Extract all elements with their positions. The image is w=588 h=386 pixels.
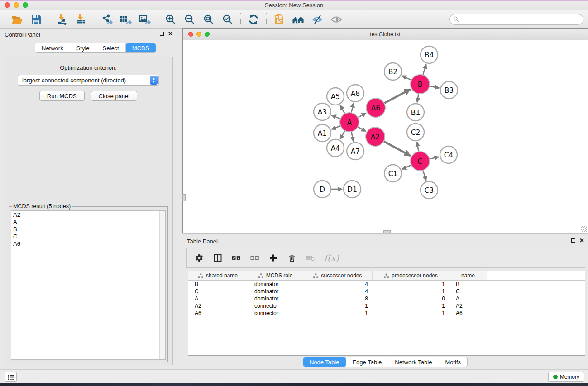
edge-A6-B[interactable]: [384, 89, 410, 103]
home-button[interactable]: [291, 13, 306, 26]
table-float-panel-icon[interactable]: [571, 238, 575, 243]
tab-style[interactable]: Style: [70, 43, 96, 52]
node-C2[interactable]: C2: [407, 124, 424, 141]
node-C[interactable]: C: [411, 152, 430, 171]
node-B1[interactable]: B1: [407, 104, 424, 121]
hide-eye-button[interactable]: [310, 13, 325, 26]
node-A5[interactable]: A5: [327, 88, 344, 105]
resize-grip[interactable]: [581, 226, 587, 232]
zoom-fit-button[interactable]: [201, 13, 216, 26]
table-row[interactable]: A2connector11A2: [188, 302, 585, 310]
column-header-name[interactable]: name: [449, 271, 487, 280]
zoom-out-button[interactable]: [182, 13, 197, 26]
close-panel-icon[interactable]: ✕: [168, 31, 173, 36]
edge-A-A7[interactable]: [351, 132, 353, 142]
column-header-MCDS-role[interactable]: MCDS role: [248, 271, 303, 280]
memory-button[interactable]: Memory: [548, 372, 584, 382]
result-item[interactable]: C: [11, 233, 165, 240]
tab-network[interactable]: Network: [35, 43, 70, 52]
float-panel-icon[interactable]: [160, 32, 164, 36]
node-A[interactable]: A: [340, 113, 359, 132]
node-A1[interactable]: A1: [314, 124, 331, 142]
table-tab-edge-table[interactable]: Edge Table: [346, 357, 388, 367]
import-table-button[interactable]: [74, 13, 88, 26]
task-history-button[interactable]: [5, 372, 17, 382]
node-B[interactable]: B: [411, 75, 430, 94]
edge-C-C2[interactable]: [417, 142, 418, 152]
mcds-result-list[interactable]: A2ABCA6: [11, 210, 166, 360]
node-C3[interactable]: C3: [421, 181, 438, 199]
tab-mcds[interactable]: MCDS: [126, 43, 156, 52]
node-D[interactable]: D: [314, 181, 331, 198]
table-tab-node-table[interactable]: Node Table: [303, 357, 346, 367]
edge-A-A5[interactable]: [340, 105, 345, 113]
edge-A-A8[interactable]: [351, 103, 353, 113]
left-grip-handle[interactable]: [182, 194, 186, 201]
edge-A-A3[interactable]: [332, 115, 340, 119]
node-B2[interactable]: B2: [384, 63, 402, 80]
node-A2[interactable]: A2: [366, 127, 385, 146]
network-document-button[interactable]: [272, 13, 287, 26]
close-panel-button[interactable]: Close panel: [91, 91, 138, 101]
edge-B-B2[interactable]: [402, 76, 411, 80]
node-C4[interactable]: C4: [440, 146, 457, 163]
column-header-shared-name[interactable]: shared name: [188, 271, 248, 280]
run-mcds-button[interactable]: Run MCDS: [39, 91, 85, 101]
export-network-button[interactable]: [100, 13, 114, 26]
zoom-in-button[interactable]: [163, 13, 178, 26]
node-B3[interactable]: B3: [440, 81, 458, 99]
node-table[interactable]: shared nameMCDS rolesuccessor nodesprede…: [188, 271, 585, 356]
refresh-button[interactable]: [246, 13, 261, 26]
network-window-titlebar[interactable]: testGlobe.txt: [183, 29, 588, 40]
node-D1[interactable]: D1: [344, 181, 361, 198]
network-canvas[interactable]: B4B2BB3A8A5A6A3B1AC2A1A2A4A7C4CC1DD1C3: [183, 40, 588, 233]
tab-select[interactable]: Select: [96, 43, 126, 52]
table-tab-motifs[interactable]: Motifs: [439, 357, 467, 367]
column-header-predecessor-nodes[interactable]: predecessor nodes: [373, 271, 449, 280]
result-item[interactable]: A6: [11, 240, 165, 247]
edge-B-B4[interactable]: [423, 64, 426, 75]
result-item[interactable]: B: [11, 225, 165, 233]
unselect-all-button[interactable]: [250, 253, 261, 263]
gear-button[interactable]: [194, 253, 205, 263]
table-row[interactable]: A6connector11A6: [188, 310, 585, 317]
edge-B-B1[interactable]: [417, 94, 419, 103]
node-A6[interactable]: A6: [366, 98, 385, 117]
import-network-button[interactable]: [55, 13, 69, 26]
search-input[interactable]: [449, 14, 583, 25]
edge-A2-C[interactable]: [384, 142, 411, 156]
edge-A-A6[interactable]: [358, 113, 366, 118]
table-row[interactable]: Cdominator41C: [188, 288, 585, 295]
node-A3[interactable]: A3: [314, 103, 331, 120]
node-C1[interactable]: C1: [384, 165, 402, 182]
edge-C-C3[interactable]: [423, 171, 426, 181]
bottom-grip-handle[interactable]: [383, 230, 391, 233]
result-item[interactable]: A: [11, 218, 165, 225]
edge-A-A2[interactable]: [358, 127, 366, 131]
zoom-selected-button[interactable]: [220, 13, 235, 26]
export-table-button[interactable]: [119, 13, 133, 26]
table-row[interactable]: Adominator80A: [188, 295, 585, 302]
column-header-successor-nodes[interactable]: successor nodes: [303, 271, 373, 280]
delete-table-button[interactable]: [306, 253, 316, 263]
columns-button[interactable]: [213, 253, 224, 263]
edge-C-C1[interactable]: [402, 165, 411, 169]
edge-A-A4[interactable]: [340, 131, 345, 139]
table-close-panel-icon[interactable]: ✕: [579, 238, 584, 243]
node-B4[interactable]: B4: [421, 46, 438, 63]
add-button[interactable]: [268, 253, 279, 263]
export-image-button[interactable]: [138, 13, 152, 26]
result-item[interactable]: A2: [11, 211, 165, 218]
select-all-button[interactable]: [231, 253, 242, 263]
node-A8[interactable]: A8: [347, 85, 364, 102]
table-row[interactable]: Bdominator41B: [188, 281, 585, 288]
node-A4[interactable]: A4: [327, 139, 344, 157]
table-tab-network-table[interactable]: Network Table: [388, 357, 439, 367]
edge-B-B3[interactable]: [430, 86, 440, 88]
criterion-dropdown[interactable]: largest connected component (directed) ▲…: [18, 75, 159, 86]
show-eye-button[interactable]: [329, 13, 344, 26]
edge-C-C4[interactable]: [430, 157, 439, 159]
node-A7[interactable]: A7: [347, 143, 364, 160]
trash-button[interactable]: [287, 253, 298, 263]
save-button[interactable]: [29, 13, 43, 26]
